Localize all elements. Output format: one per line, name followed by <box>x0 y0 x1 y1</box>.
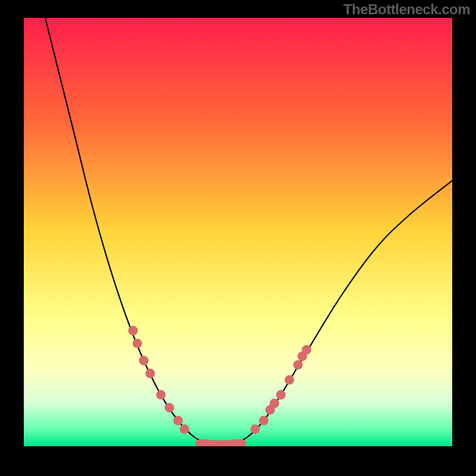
marker-dot <box>250 424 260 434</box>
plot-area <box>24 18 452 446</box>
marker-pill <box>230 439 246 446</box>
marker-dot <box>284 375 294 384</box>
marker-dot <box>129 326 138 336</box>
bottleneck-curve <box>45 18 452 445</box>
watermark-text: TheBottleneck.com <box>343 1 470 18</box>
marker-dot <box>259 416 268 425</box>
marker-dot <box>180 424 189 434</box>
marker-dot <box>270 399 279 408</box>
marker-dot <box>139 356 149 365</box>
marker-dot <box>133 339 142 348</box>
marker-dot <box>165 403 174 412</box>
marker-dot <box>293 360 303 369</box>
marker-dot <box>302 345 311 355</box>
marker-dot <box>145 369 155 378</box>
marker-dot <box>173 416 183 425</box>
curve-layer <box>24 18 452 446</box>
marker-dot <box>276 390 286 400</box>
marker-dot <box>156 390 165 400</box>
chart-container: TheBottleneck.com <box>0 0 476 476</box>
